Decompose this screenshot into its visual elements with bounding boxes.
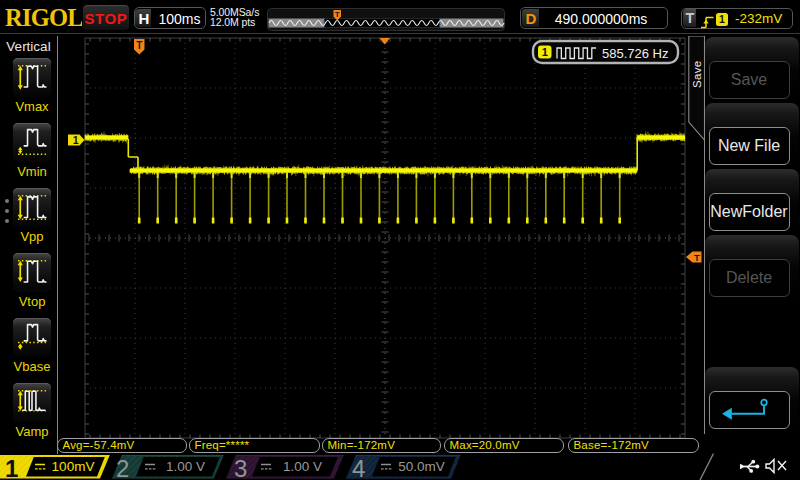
svg-text:585.726 Hz: 585.726 Hz [602,46,669,61]
svg-text:T: T [136,40,142,51]
svg-text:1: 1 [542,46,548,58]
svg-text:T: T [694,252,700,263]
svg-text:T: T [335,10,340,19]
svg-text:1: 1 [73,134,79,146]
